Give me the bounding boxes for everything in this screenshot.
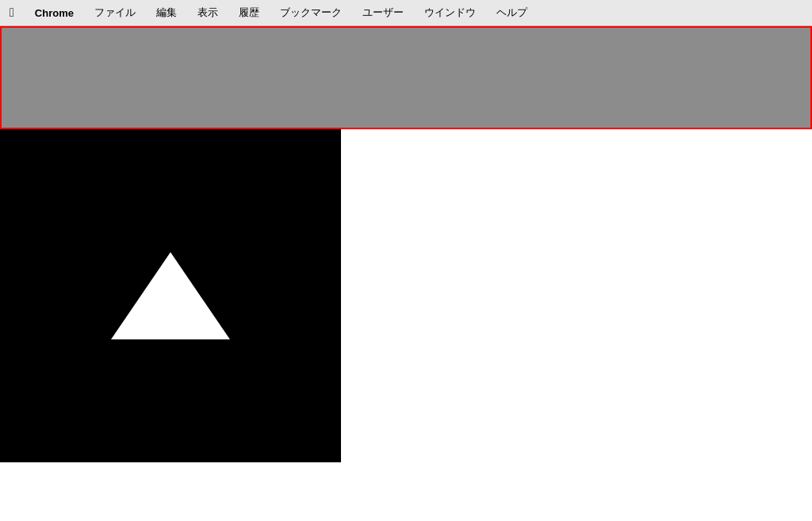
window-menu[interactable]: ウインドウ	[421, 4, 479, 21]
file-menu[interactable]: ファイル	[91, 4, 139, 21]
black-panel	[0, 129, 341, 462]
user-menu[interactable]: ユーザー	[359, 4, 407, 21]
menu-bar:  Chrome ファイル 編集 表示 履歴 ブックマーク ユーザー ウインドウ…	[0, 0, 812, 26]
chrome-menu[interactable]: Chrome	[32, 6, 77, 21]
content-area	[0, 129, 812, 462]
browser-toolbar	[0, 26, 812, 129]
history-menu[interactable]: 履歴	[236, 4, 262, 21]
white-panel	[341, 129, 812, 462]
view-menu[interactable]: 表示	[194, 4, 221, 21]
apple-menu[interactable]: 	[6, 4, 17, 21]
help-menu[interactable]: ヘルプ	[493, 4, 530, 21]
edit-menu[interactable]: 編集	[153, 4, 180, 21]
bookmarks-menu[interactable]: ブックマーク	[277, 4, 345, 21]
triangle-icon	[111, 252, 230, 339]
